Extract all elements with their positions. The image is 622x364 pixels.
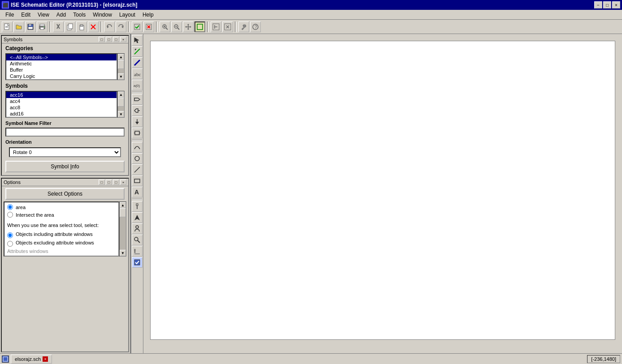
sym-scroll-track[interactable] <box>118 98 124 111</box>
cat-scroll-thumb[interactable] <box>118 60 124 69</box>
arc-button[interactable] <box>132 142 143 153</box>
symbol-button[interactable] <box>132 128 143 138</box>
wire-tool-button[interactable] <box>132 46 143 57</box>
cat-scroll-up[interactable]: ▲ <box>118 54 124 60</box>
symbol-add16[interactable]: add16 <box>6 111 117 117</box>
delete-button[interactable] <box>88 21 99 32</box>
menu-help[interactable]: Help <box>139 11 157 19</box>
sym-scroll-thumb[interactable] <box>118 98 124 107</box>
categories-listbox[interactable]: <--All Symbols--> Arithmetic Buffer Carr… <box>5 53 117 80</box>
orientation-select[interactable]: Rotate 0 Rotate 90 Rotate 180 Rotate 270… <box>9 147 121 157</box>
opt-scroll-down[interactable]: ▼ <box>120 250 126 256</box>
zoom-pan-button[interactable] <box>183 21 194 32</box>
redo-button[interactable] <box>116 21 126 32</box>
select-tool-button[interactable] <box>132 35 143 46</box>
zoom-out-button[interactable] <box>171 21 182 32</box>
categories-scrollbar[interactable]: ▲ ▼ <box>117 53 125 80</box>
symbols-scrollbar[interactable]: ▲ ▼ <box>117 91 125 118</box>
radio-area[interactable] <box>7 204 13 210</box>
symbol-info-button[interactable]: Symbol Info <box>5 161 125 172</box>
arrow-button[interactable] <box>132 212 143 223</box>
radio-objects-incl[interactable] <box>7 232 13 238</box>
close-button[interactable]: × <box>612 1 620 9</box>
tab-elsorajz[interactable]: elsorajz.sch × <box>11 355 52 364</box>
maximize-button[interactable]: □ <box>603 1 611 9</box>
menu-layout[interactable]: Layout <box>116 11 139 19</box>
opt-minimize-btn[interactable]: □ <box>99 180 105 185</box>
paste-button[interactable] <box>76 21 87 32</box>
category-all[interactable]: <--All Symbols--> <box>6 54 117 60</box>
bus-tool-button[interactable] <box>132 57 143 68</box>
zoom-area-button[interactable] <box>160 21 170 32</box>
symbols-minimize-btn[interactable]: □ <box>99 37 105 42</box>
symbol-acc8[interactable]: acc8 <box>6 104 117 111</box>
menu-edit[interactable]: Edit <box>17 11 34 19</box>
rect-button[interactable] <box>132 176 143 186</box>
question-button[interactable]: ? <box>250 21 261 32</box>
btn-check2[interactable] <box>143 21 154 32</box>
opt-scroll-thumb[interactable] <box>120 208 126 217</box>
move-button[interactable] <box>132 246 143 257</box>
radio-objects-excl[interactable] <box>7 241 13 247</box>
sym-scroll-up[interactable]: ▲ <box>118 91 124 98</box>
sym-scroll-down[interactable]: ▼ <box>118 111 124 117</box>
print-button[interactable] <box>37 21 48 32</box>
save-button[interactable] <box>25 21 36 32</box>
menu-view[interactable]: View <box>34 11 53 19</box>
cut-button[interactable] <box>53 21 64 32</box>
menu-tools[interactable]: Tools <box>69 11 89 19</box>
undo-button[interactable] <box>104 21 115 32</box>
btn-check1[interactable] <box>132 21 143 32</box>
radio-intersect[interactable] <box>7 212 13 218</box>
opt-restore-btn[interactable]: □ <box>106 180 112 185</box>
cat-scroll-down[interactable]: ▼ <box>118 73 124 80</box>
symbols-listbox[interactable]: acc16 acc4 acc8 add16 <box>5 91 117 118</box>
text-tool-button[interactable]: abc <box>132 69 143 79</box>
wrench-button[interactable] <box>238 21 249 32</box>
category-carry-logic[interactable]: Carry Logic <box>6 73 117 79</box>
label-button[interactable]: A <box>132 187 143 197</box>
symbols-panel: Symbols □ □ □ × Categories <--All Symbol… <box>1 35 129 176</box>
port-tool-button[interactable] <box>132 94 143 105</box>
net-label-button[interactable] <box>132 105 143 116</box>
zoom-all-button[interactable] <box>222 21 233 32</box>
magnify-button[interactable] <box>132 235 143 245</box>
category-buffer[interactable]: Buffer <box>6 67 117 73</box>
symbol-acc16[interactable]: acc16 <box>6 92 117 98</box>
symbol-acc4[interactable]: acc4 <box>6 98 117 104</box>
person-button[interactable] <box>132 223 143 234</box>
pin-button[interactable] <box>132 201 143 212</box>
new-button[interactable] <box>2 21 13 32</box>
zoom-in-button[interactable] <box>211 21 221 32</box>
select-options-button[interactable]: Select Options <box>5 188 125 200</box>
copy-button[interactable] <box>65 21 75 32</box>
options-scrollbar[interactable]: ▲ ▼ <box>119 201 126 257</box>
objects-excl-item: Objects excluding attribute windows <box>7 240 116 247</box>
symbols-close-btn[interactable]: × <box>120 37 126 42</box>
minimize-button[interactable]: − <box>594 1 602 9</box>
symbols-maximize-btn[interactable]: □ <box>113 37 119 42</box>
opt-scroll-up[interactable]: ▲ <box>120 202 126 208</box>
power-button[interactable] <box>132 116 143 127</box>
opt-maximize-btn[interactable]: □ <box>113 180 119 185</box>
menu-window[interactable]: Window <box>89 11 116 19</box>
opt-scroll-track[interactable] <box>120 208 126 250</box>
menu-add[interactable]: Add <box>53 11 69 19</box>
filter-input[interactable] <box>5 128 125 137</box>
schematic-canvas[interactable] <box>150 41 615 340</box>
vtool-sep-2 <box>132 140 142 141</box>
symbols-restore-btn[interactable]: □ <box>106 37 112 42</box>
line-button[interactable] <box>132 164 143 175</box>
symbols-panel-title: Symbols <box>4 37 22 42</box>
menu-file[interactable]: File <box>2 11 17 19</box>
svg-marker-69 <box>134 248 136 250</box>
zoom-fit-button[interactable] <box>194 21 205 32</box>
tab-close-button[interactable]: × <box>43 356 48 362</box>
circle-button[interactable] <box>132 153 143 164</box>
check-button[interactable] <box>132 257 143 268</box>
cat-scroll-track[interactable] <box>118 60 124 73</box>
bus-tap-button[interactable]: a(0) <box>132 80 143 90</box>
open-button[interactable] <box>13 21 24 32</box>
category-arithmetic[interactable]: Arithmetic <box>6 60 117 67</box>
opt-close-btn[interactable]: × <box>120 180 126 185</box>
